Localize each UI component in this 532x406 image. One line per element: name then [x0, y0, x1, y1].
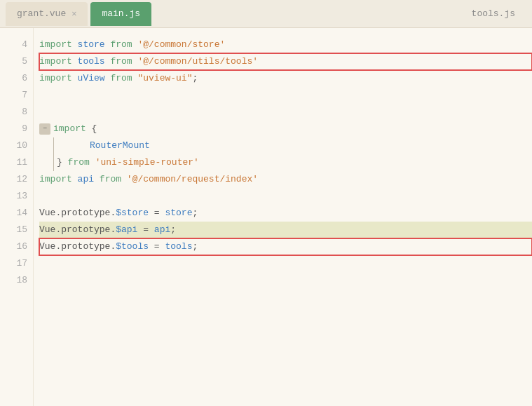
- code-line-7: [39, 87, 532, 104]
- plain-15: Vue.prototype.: [39, 222, 116, 238]
- editor-container: grant.vue ✕ main.js tools.js 4 5 6 7 8 9…: [0, 0, 532, 406]
- fold-icon-9[interactable]: −: [39, 123, 50, 135]
- brace-close-11: }: [57, 154, 68, 171]
- line-numbers: 4 5 6 7 8 9 10 11 12 13 14 15 16 17 18: [0, 28, 34, 406]
- kw-from-6: from: [110, 70, 137, 87]
- code-line-14: Vue.prototype. $store = store ;: [39, 205, 532, 222]
- str-store: '@/common/store': [137, 36, 225, 53]
- id-tools-proto: $tools: [116, 238, 149, 255]
- line-num-11: 11: [0, 154, 27, 171]
- id-tools-val: tools: [165, 238, 192, 255]
- id-store-proto: $store: [116, 205, 149, 222]
- code-line-8: [39, 104, 532, 121]
- code-line-12: import api from '@/common/request/index': [39, 171, 532, 188]
- kw-from-4: from: [110, 36, 137, 53]
- kw-import-9: import: [53, 121, 92, 137]
- code-line-17: [39, 255, 532, 272]
- line-num-4: 4: [0, 36, 27, 53]
- tab-label-tools-js: tools.js: [472, 8, 515, 19]
- semi-16: ;: [192, 238, 198, 255]
- code-line-16: Vue.prototype. $tools = tools ;: [39, 238, 532, 255]
- line-num-8: 8: [0, 104, 27, 121]
- tab-bar: grant.vue ✕ main.js tools.js: [0, 0, 532, 28]
- line-num-17: 17: [0, 255, 27, 272]
- kw-import-12: import: [39, 171, 78, 188]
- tab-main-js[interactable]: main.js: [90, 2, 151, 26]
- line-num-12: 12: [0, 171, 27, 188]
- semi-15: ;: [170, 222, 176, 238]
- id-routermount: RouterMount: [62, 137, 150, 154]
- kw-from-5: from: [110, 53, 137, 70]
- id-store: store: [78, 36, 111, 53]
- code-area: 4 5 6 7 8 9 10 11 12 13 14 15 16 17 18 i…: [0, 28, 532, 406]
- line-num-5: 5: [0, 53, 27, 70]
- brace-open-9: {: [92, 121, 97, 137]
- id-store-val: store: [165, 205, 192, 222]
- plain-14: Vue.prototype.: [39, 205, 116, 222]
- str-uview: "uview-ui": [137, 70, 192, 87]
- plain-16b: =: [149, 238, 165, 255]
- tab-tools-js[interactable]: tools.js: [461, 4, 526, 23]
- str-tools: '@/common/utils/tools': [137, 53, 258, 70]
- plain-14b: =: [149, 205, 165, 222]
- line-num-16: 16: [0, 238, 27, 255]
- line-num-7: 7: [0, 87, 27, 104]
- line-num-18: 18: [0, 272, 27, 289]
- code-line-10: RouterMount: [39, 137, 532, 154]
- str-api: '@/common/request/index': [127, 171, 258, 188]
- id-uview: uView: [78, 70, 111, 87]
- kw-import-6: import: [39, 70, 78, 87]
- line-num-9: 9: [0, 121, 27, 137]
- code-line-11: } from 'uni-simple-router': [39, 154, 532, 171]
- kw-from-12: from: [100, 171, 127, 188]
- id-api: api: [78, 171, 100, 188]
- code-line-18: [39, 272, 532, 289]
- code-content: import store from '@/common/store' impor…: [34, 28, 532, 406]
- line-num-6: 6: [0, 70, 27, 87]
- kw-from-11: from: [68, 154, 95, 171]
- line-num-13: 13: [0, 188, 27, 205]
- plain-15b: =: [137, 222, 154, 238]
- plain-16: Vue.prototype.: [39, 238, 116, 255]
- semi-6: ;: [192, 70, 198, 87]
- tab-grant-vue[interactable]: grant.vue ✕: [6, 2, 88, 26]
- kw-import-5: import: [39, 53, 78, 70]
- code-line-5: import tools from '@/common/utils/tools': [39, 53, 532, 70]
- kw-import-4: import: [39, 36, 78, 53]
- code-line-6: import uView from "uview-ui" ;: [39, 70, 532, 87]
- code-line-15: Vue.prototype. $api = api ;: [39, 222, 532, 238]
- id-api-val: api: [154, 222, 170, 238]
- semi-14: ;: [192, 205, 198, 222]
- line-num-10: 10: [0, 137, 27, 154]
- id-tools: tools: [78, 53, 111, 70]
- code-line-9: − import {: [39, 121, 532, 137]
- tab-label-grant-vue: grant.vue: [17, 8, 66, 19]
- code-line-13: [39, 188, 532, 205]
- line-num-14: 14: [0, 205, 27, 222]
- id-api-proto: $api: [116, 222, 137, 238]
- tab-label-main-js: main.js: [102, 8, 140, 19]
- close-icon-grant-vue[interactable]: ✕: [71, 8, 76, 19]
- line-num-15: 15: [0, 222, 27, 238]
- str-router: 'uni-simple-router': [95, 154, 199, 171]
- code-line-4: import store from '@/common/store': [39, 36, 532, 53]
